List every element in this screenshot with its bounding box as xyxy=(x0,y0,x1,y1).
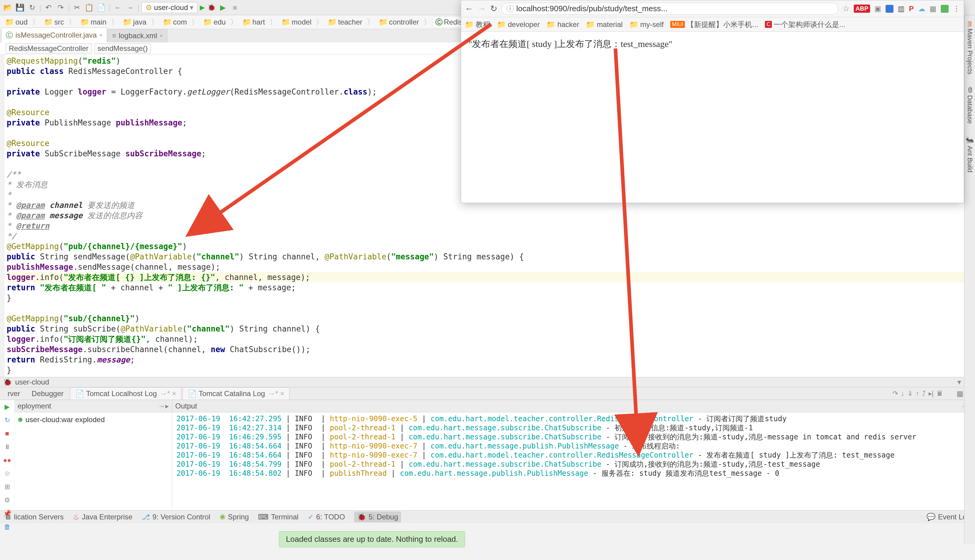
console-line: 2017-06-19 16:48:54.799 | INFO | pool-2-… xyxy=(177,460,971,469)
pause-icon[interactable]: ⏸ xyxy=(3,443,12,451)
spring-icon: ❀ xyxy=(219,513,225,521)
coverage-icon[interactable]: ▶ xyxy=(218,3,228,12)
trash-icon[interactable]: 🗑 xyxy=(3,523,12,531)
log-icon: 💬 xyxy=(927,513,936,521)
forward-icon[interactable]: → xyxy=(477,4,486,13)
crumb[interactable]: 📁main xyxy=(78,17,109,27)
stop-icon[interactable]: ■ xyxy=(230,3,240,12)
bb-version-control[interactable]: ⎇9: Version Control xyxy=(142,513,210,521)
vcs-icon: ⎇ xyxy=(142,513,150,521)
paste-icon[interactable]: 📄 xyxy=(97,3,106,12)
evaluate-icon[interactable]: 🖩 xyxy=(937,390,943,398)
crumb[interactable]: 📁hart xyxy=(239,17,268,27)
save-icon[interactable]: 💾 xyxy=(15,3,25,12)
ext-icon[interactable] xyxy=(941,5,948,13)
view-breakpoints-icon[interactable]: ●● xyxy=(3,457,12,464)
open-icon[interactable]: 📂 xyxy=(3,3,13,12)
rerun-icon[interactable]: ▶ xyxy=(3,403,12,411)
restore-layout-icon[interactable]: ⊞ xyxy=(3,483,12,491)
bookmark[interactable]: 📁hacker xyxy=(546,20,579,29)
step-into-icon[interactable]: ↓ xyxy=(901,390,904,398)
browser-content: "发布者在频道[ study ]上发布了消息：test_message" xyxy=(461,32,964,203)
cut-icon[interactable]: ✂ xyxy=(72,3,82,12)
close-icon[interactable]: × xyxy=(159,33,163,39)
crumb[interactable]: 📁com xyxy=(160,17,189,27)
crumb-method[interactable]: sendMessage() xyxy=(94,43,151,53)
crumb[interactable]: 📁java xyxy=(120,17,149,27)
tab-tomcat-localhost-log[interactable]: 📄Tomcat Localhost Log→* × xyxy=(70,387,182,400)
console-output[interactable]: 2017-06-19 16:42:27.295 | INFO | http-ni… xyxy=(172,412,975,480)
drop-frame-icon[interactable]: ⤴ xyxy=(922,390,926,398)
crumb[interactable]: 📁edu xyxy=(200,17,228,27)
layout-icon[interactable]: ▦ xyxy=(957,389,963,398)
run-to-cursor-icon[interactable]: ▸| xyxy=(928,390,934,398)
site-icon: MIUI xyxy=(670,21,685,28)
reload-icon[interactable]: ↻ xyxy=(490,3,497,13)
ext-icon[interactable]: ▣ xyxy=(874,5,882,13)
step-over-icon[interactable]: ↷ xyxy=(893,390,898,398)
database-tab[interactable]: 🛢Database xyxy=(966,87,974,123)
menu-icon[interactable]: ⋮ xyxy=(953,5,960,13)
deployment-item[interactable]: user-cloud:war exploded xyxy=(15,412,172,427)
crumb[interactable]: 📁model xyxy=(279,17,314,27)
bookmark[interactable]: 📁material xyxy=(586,20,623,29)
mute-breakpoints-icon[interactable]: ⊘ xyxy=(3,470,12,478)
crumb[interactable]: 📁teacher xyxy=(325,17,365,27)
run-config-name: user-cloud xyxy=(154,3,188,12)
deployment-name: user-cloud:war exploded xyxy=(25,415,105,424)
update-icon[interactable]: ↻ xyxy=(3,417,12,424)
ant-tab[interactable]: 🐜Ant Build xyxy=(966,136,974,172)
ext-icon[interactable]: P xyxy=(909,5,914,13)
stop-icon[interactable]: ■ xyxy=(3,430,12,438)
crumb[interactable]: 📁controller xyxy=(376,17,422,27)
abp-icon[interactable]: ABP xyxy=(854,5,870,13)
maven-tab[interactable]: mMaven Projects xyxy=(966,21,974,75)
extensions: ABP ▣ ▥ P ☁ ▦ ⋮ xyxy=(854,5,960,13)
bb-terminal[interactable]: ⌨Terminal xyxy=(258,513,299,521)
ext-icon[interactable]: ▥ xyxy=(898,5,905,13)
ext-icon[interactable] xyxy=(886,5,893,13)
force-step-into-icon[interactable]: ⇓ xyxy=(907,390,913,398)
tab-debugger[interactable]: Debugger xyxy=(27,387,68,400)
bb-java-enterprise[interactable]: ♨Java Enterprise xyxy=(73,513,132,521)
run-icon[interactable]: ▶ xyxy=(200,3,205,12)
back-icon[interactable]: ← xyxy=(113,3,123,12)
refresh-icon[interactable]: ↻ xyxy=(27,3,37,12)
copy-icon[interactable]: 📋 xyxy=(84,3,94,12)
step-out-icon[interactable]: ↑ xyxy=(916,390,919,398)
bookmark[interactable]: 📁my-self xyxy=(629,20,664,29)
tab-tomcat-catalina-log[interactable]: 📄Tomcat Catalina Log→* × xyxy=(182,387,289,400)
back-icon[interactable]: ← xyxy=(465,4,473,13)
forward-icon[interactable]: → xyxy=(125,3,135,12)
site-info-icon[interactable]: i xyxy=(507,5,514,12)
crumb[interactable]: 📁src xyxy=(41,17,67,27)
ext-icon[interactable]: ▦ xyxy=(930,5,937,13)
redo-icon[interactable]: ↷ xyxy=(56,3,65,12)
run-configuration-selector[interactable]: ⚙ user-cloud ▾ xyxy=(142,2,197,13)
deployment-header: eployment xyxy=(18,402,51,410)
bookmarks-bar: 📁教程 📁developer 📁hacker 📁material 📁my-sel… xyxy=(461,17,964,32)
ext-icon[interactable]: ☁ xyxy=(918,5,925,13)
bb-app-servers[interactable]: 🖥lication Servers xyxy=(4,513,63,521)
star-icon[interactable]: ☆ xyxy=(843,4,850,13)
bookmark[interactable]: C一个架构师谈什么是... xyxy=(765,20,845,29)
bookmark[interactable]: 📁教程 xyxy=(465,20,490,29)
bookmark[interactable]: 📁developer xyxy=(497,20,540,29)
debug-icon[interactable]: 🐞 xyxy=(207,3,215,12)
bb-debug[interactable]: 🐞5: Debug xyxy=(354,512,401,522)
address-bar[interactable]: i localhost:9090/redis/pub/study/test_me… xyxy=(501,3,838,15)
bb-spring[interactable]: ❀Spring xyxy=(219,513,249,521)
close-icon[interactable]: × xyxy=(99,32,102,38)
editor-tab[interactable]: ≡ logback.xml × xyxy=(108,29,167,42)
undo-icon[interactable]: ↶ xyxy=(43,3,53,12)
minimize-icon[interactable]: ▾ xyxy=(957,378,961,387)
tab-server[interactable]: rver xyxy=(2,387,25,400)
folder-icon: 📁 xyxy=(379,18,388,27)
gutter xyxy=(0,55,4,377)
bookmark[interactable]: MIUI【新提醒】小米手机... xyxy=(670,20,758,29)
crumb[interactable]: 📁oud xyxy=(2,17,30,27)
crumb-class[interactable]: RedisMessageController xyxy=(5,43,92,53)
settings-icon[interactable]: ⚙ xyxy=(3,497,12,504)
editor-tab-active[interactable]: Ⓒ isMessageController.java × xyxy=(1,28,107,42)
bb-todo[interactable]: ✓6: TODO xyxy=(308,513,345,521)
